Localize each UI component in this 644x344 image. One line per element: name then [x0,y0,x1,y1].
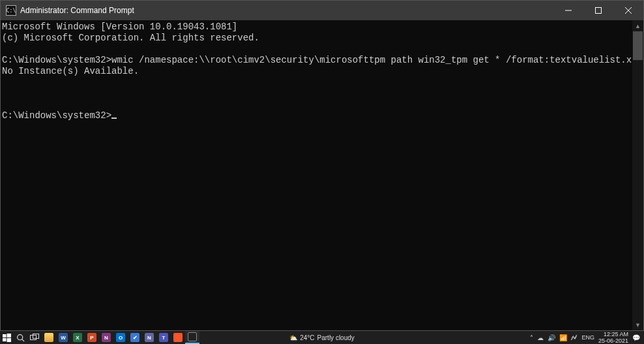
weather-widget[interactable]: ⛅ 24°C Partly cloudy [289,334,355,341]
search-button[interactable] [14,331,27,344]
weather-temp: 24°C [300,334,314,341]
network-tray-icon[interactable]: 📶 [559,334,567,341]
text-cursor [111,117,117,119]
weather-desc: Partly cloudy [317,334,355,341]
command-prompt-window: C:\ Administrator: Command Prompt Micros… [0,0,644,331]
language-indicator[interactable]: ENG [581,334,594,341]
scroll-thumb[interactable] [633,31,643,60]
svg-rect-1 [596,8,602,14]
word-button[interactable]: W [56,331,70,344]
svg-line-9 [22,339,24,341]
svg-rect-5 [7,334,12,337]
todo-button[interactable]: ✔ [128,331,142,344]
clock-time: 12:25 AM [598,331,628,337]
brave-button[interactable] [171,331,185,344]
task-view-button[interactable] [27,331,42,344]
onenote-button[interactable]: N [99,331,113,344]
powerpoint-button[interactable]: P [85,331,99,344]
svg-point-8 [18,334,23,339]
start-button[interactable] [0,331,14,344]
maximize-button[interactable] [583,1,613,20]
notifications-button[interactable]: 💬 [632,334,640,341]
weather-icon: ⛅ [289,334,297,341]
cmd-taskbar-button[interactable] [185,331,199,344]
window-title: Administrator: Command Prompt [20,6,134,15]
taskbar: W X P N O ✔ N T ⛅ 24°C Partly cloudy ˄ ☁… [0,331,644,344]
scroll-down-arrow[interactable]: ▼ [632,319,643,330]
titlebar[interactable]: C:\ Administrator: Command Prompt [1,1,643,20]
svg-rect-4 [3,334,7,337]
terminal-output[interactable]: Microsoft Windows [Version 10.0.19043.10… [1,20,632,330]
battery-tray-icon[interactable]: 🗲 [571,334,578,341]
onedrive-tray-icon[interactable]: ☁ [537,334,544,341]
teams-button[interactable]: T [156,331,171,344]
file-explorer-button[interactable] [42,331,56,344]
volume-tray-icon[interactable]: 🔊 [548,334,555,341]
minimize-button[interactable] [553,1,583,20]
cmd-icon: C:\ [6,5,16,16]
tray-chevron-up-icon[interactable]: ˄ [530,334,533,341]
clock-date: 25-06-2021 [598,337,628,344]
scroll-up-arrow[interactable]: ▲ [632,20,643,31]
excel-button[interactable]: X [70,331,85,344]
notes-button[interactable]: N [142,331,156,344]
vertical-scrollbar[interactable]: ▲ ▼ [632,20,643,330]
svg-rect-7 [7,338,12,342]
svg-rect-6 [3,338,7,341]
clock[interactable]: 12:25 AM 25-06-2021 [598,331,628,344]
close-button[interactable] [613,1,643,20]
outlook-button[interactable]: O [113,331,128,344]
